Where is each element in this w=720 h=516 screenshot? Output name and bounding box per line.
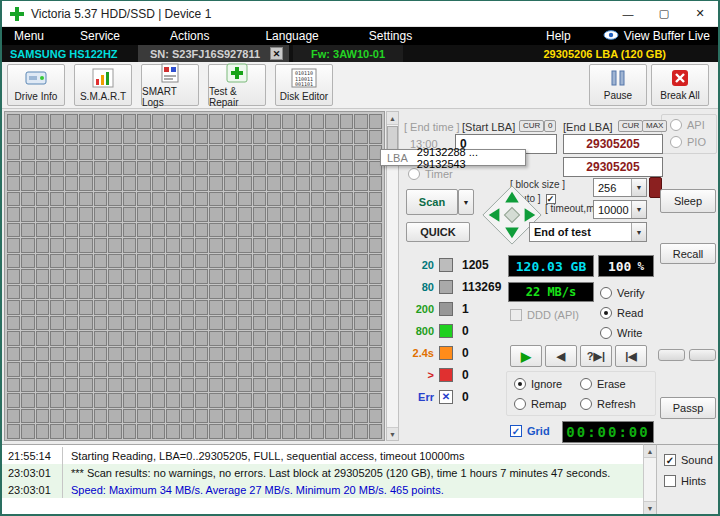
scan-block xyxy=(340,269,353,284)
minimize-button[interactable]: — xyxy=(610,1,646,26)
close-button[interactable]: ✕ xyxy=(682,1,718,26)
serial-close-icon[interactable]: ✕ xyxy=(270,47,283,60)
step-back-button[interactable]: ◀ xyxy=(545,345,577,367)
smart-logs-button[interactable]: SMART Logs xyxy=(141,64,199,106)
menu-item-settings[interactable]: Settings xyxy=(365,29,416,43)
menu-item-actions[interactable]: Actions xyxy=(166,29,213,43)
disk-editor-button[interactable]: 010110110011001101 Disk Editor xyxy=(275,64,333,106)
dropdown-icon[interactable]: ▼ xyxy=(631,179,646,196)
log-scroll-up-icon[interactable]: ▲ xyxy=(644,445,656,458)
scan-block xyxy=(7,378,20,393)
dropdown-icon[interactable]: ▼ xyxy=(631,201,646,218)
scan-block xyxy=(282,362,295,377)
refresh-radio[interactable]: Refresh xyxy=(580,398,636,410)
passp-button[interactable]: Passp xyxy=(660,397,716,419)
break-all-label: Break All xyxy=(660,90,699,101)
ddd-api-checkbox-row[interactable]: ✓ DDD (API) xyxy=(510,309,579,321)
end-lba-input-2[interactable] xyxy=(563,157,663,177)
drive-capacity: 29305206 LBA (120 GB) xyxy=(544,48,719,60)
scan-block xyxy=(311,378,324,393)
scan-block xyxy=(311,362,324,377)
scroll-down-icon[interactable]: ▼ xyxy=(387,427,398,440)
start-lba-cur-value[interactable]: 0 xyxy=(544,120,556,132)
scan-block xyxy=(296,393,309,408)
sleep-button[interactable]: Sleep xyxy=(660,189,716,213)
dropdown-icon[interactable]: ▼ xyxy=(631,223,646,241)
menu-item-menu[interactable]: Menu xyxy=(10,29,48,43)
block-size-combo[interactable]: 256 ▼ xyxy=(593,178,647,197)
end-of-test-combo[interactable]: End of test ▼ xyxy=(529,222,647,242)
seek-end-button[interactable]: |◀ xyxy=(615,345,647,367)
scroll-up-icon[interactable]: ▲ xyxy=(387,112,398,125)
ignore-radio[interactable]: Ignore xyxy=(514,378,562,390)
start-lba-cur-button[interactable]: CUR xyxy=(519,120,544,132)
drive-info-button[interactable]: Drive Info xyxy=(7,64,65,106)
api-radio[interactable]: API xyxy=(670,119,705,131)
scan-block xyxy=(340,161,353,176)
seek-error-button[interactable]: ?▶| xyxy=(580,345,612,367)
scan-block xyxy=(224,145,237,160)
log-row: 21:55:14 Starting Reading, LBA=0..293052… xyxy=(2,447,643,464)
test-repair-button[interactable]: Test & Repair xyxy=(208,64,266,106)
menu-item-language[interactable]: Language xyxy=(261,29,322,43)
scan-block xyxy=(325,347,338,362)
scan-block xyxy=(137,223,150,238)
maximize-button[interactable]: ▢ xyxy=(646,1,682,26)
scan-block xyxy=(253,424,266,439)
read-radio[interactable]: Read xyxy=(600,307,643,319)
scan-dropdown-icon[interactable]: ▼ xyxy=(458,189,474,215)
quick-button[interactable]: QUICK xyxy=(406,222,470,242)
verify-radio[interactable]: Verify xyxy=(600,287,645,299)
scan-block xyxy=(108,362,121,377)
break-all-button[interactable]: Break All xyxy=(651,64,709,106)
hints-checkbox-row[interactable]: ✓ Hints xyxy=(664,475,718,487)
end-lba-input[interactable] xyxy=(563,134,663,154)
sound-checkbox[interactable]: ✓ xyxy=(664,454,676,466)
log-scrollbar[interactable]: ▲ ▼ xyxy=(643,444,656,514)
scan-block xyxy=(340,130,353,145)
sound-checkbox-row[interactable]: ✓ Sound xyxy=(664,454,718,466)
end-lba-cur-button[interactable]: CUR xyxy=(618,120,643,132)
scan-block xyxy=(340,238,353,253)
grid-checkbox[interactable]: ✓ xyxy=(510,425,522,437)
pause-button[interactable]: Pause xyxy=(589,64,647,106)
scan-block xyxy=(253,393,266,408)
write-radio-circle xyxy=(600,327,612,339)
smart-logs-label: SMART Logs xyxy=(142,86,198,108)
log-scroll-down-icon[interactable]: ▼ xyxy=(644,501,656,514)
smart-button[interactable]: S.M.A.R.T xyxy=(74,64,132,106)
scan-block xyxy=(238,424,251,439)
scan-block xyxy=(7,316,20,331)
remap-radio[interactable]: Remap xyxy=(514,398,566,410)
scan-block xyxy=(137,161,150,176)
pio-radio[interactable]: PIO xyxy=(670,136,706,148)
menu-item-service[interactable]: Service xyxy=(76,29,124,43)
write-radio[interactable]: Write xyxy=(600,327,642,339)
hints-checkbox[interactable]: ✓ xyxy=(664,475,676,487)
auto-checkbox[interactable]: ✓ xyxy=(546,194,556,204)
led-button-left[interactable] xyxy=(658,349,685,361)
timeout-combo[interactable]: 10000 ▼ xyxy=(593,200,647,219)
end-lba-max-button[interactable]: MAX xyxy=(642,120,667,132)
scan-block xyxy=(79,207,92,222)
ddd-api-checkbox[interactable]: ✓ xyxy=(510,309,522,321)
grid-checkbox-row[interactable]: ✓ Grid xyxy=(510,425,550,437)
led-button-right[interactable] xyxy=(689,349,716,361)
timer-radio[interactable]: Timer xyxy=(408,168,453,180)
scan-block xyxy=(369,331,382,346)
scan-block xyxy=(108,176,121,191)
scan-block xyxy=(21,347,34,362)
erase-radio[interactable]: Erase xyxy=(580,378,626,390)
drive-serial-segment: SN: S23FJ16S927811 ✕ xyxy=(138,45,289,62)
scan-block xyxy=(108,207,121,222)
view-buffer-live-button[interactable]: View Buffer Live xyxy=(603,29,710,43)
menu-item-help[interactable]: Help xyxy=(542,29,575,43)
scan-block xyxy=(282,254,295,269)
scan-block xyxy=(267,223,280,238)
play-button[interactable]: ▶ xyxy=(510,345,542,367)
scan-block xyxy=(123,130,136,145)
scan-block xyxy=(209,254,222,269)
scan-button[interactable]: Scan xyxy=(406,189,458,215)
recall-button[interactable]: Recall xyxy=(660,243,716,264)
scan-block xyxy=(166,331,179,346)
